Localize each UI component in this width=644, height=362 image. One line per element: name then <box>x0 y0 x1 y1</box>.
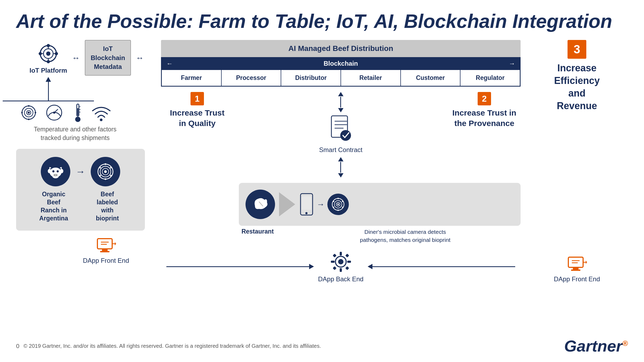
dapp-left-container: DApp Front End <box>56 237 156 264</box>
spacer-left-box <box>161 183 233 226</box>
svg-rect-86 <box>571 269 580 271</box>
right-column: 3 IncreaseEfficiencyandRevenue DApp Fron… <box>526 40 628 283</box>
page: Art of the Possible: Farm to Table; IoT,… <box>0 0 644 362</box>
svg-marker-90 <box>586 261 587 264</box>
svg-point-31 <box>48 169 51 173</box>
branch-line <box>3 101 94 101</box>
down-arrow-2 <box>338 173 343 178</box>
smart-contract-icon <box>327 114 354 144</box>
participant-farmer: Farmer <box>162 70 222 86</box>
bottom-box-labels: Restaurant Diner's microbial camera dete… <box>161 228 521 244</box>
svg-point-44 <box>110 175 112 176</box>
sensor-icon-4 <box>91 103 111 123</box>
svg-point-47 <box>99 167 101 168</box>
iot-platform-icon <box>36 42 60 66</box>
svg-point-32 <box>60 169 63 173</box>
svg-point-16 <box>28 119 30 120</box>
sensors-row <box>19 103 156 123</box>
svg-point-75 <box>338 259 343 264</box>
arrow-right-1: → <box>76 166 85 177</box>
bottom-boxes: → <box>161 183 521 226</box>
participant-customer: Customer <box>401 70 461 86</box>
triangle-cone <box>279 192 295 216</box>
left-box-labels: Organic BeefRanch in Argentina Beef labe… <box>36 190 125 223</box>
svg-point-68 <box>337 198 339 199</box>
dapp-line-right <box>368 264 515 269</box>
vert-line-2 <box>340 162 341 173</box>
sensors-label: Temperature and other factorstracked dur… <box>19 125 131 142</box>
sensor-icon-3 <box>70 103 86 123</box>
svg-rect-76 <box>340 252 342 256</box>
upward-arrow-tip <box>46 77 51 82</box>
dapp-left-label: DApp Front End <box>83 257 129 264</box>
footer: 0 © 2019 Gartner, Inc. and/or its affili… <box>16 337 628 355</box>
svg-point-45 <box>105 178 106 180</box>
svg-point-28 <box>100 119 103 121</box>
svg-point-14 <box>28 112 30 114</box>
vert-arrow-bottom <box>338 157 343 178</box>
restaurant-icon <box>246 190 275 219</box>
svg-rect-84 <box>568 257 583 267</box>
upward-arrow-container <box>36 77 60 101</box>
vert-line <box>340 97 341 108</box>
dapp-left-icon <box>96 237 116 255</box>
up-arrow <box>338 92 343 96</box>
svg-rect-23 <box>77 108 78 116</box>
svg-rect-78 <box>331 261 335 263</box>
vert-arrow-top <box>338 92 343 112</box>
dapp-row: DApp Back End <box>161 250 521 283</box>
footer-left: 0 © 2019 Gartner, Inc. and/or its affili… <box>16 343 321 350</box>
right-grey-box: → <box>239 183 521 226</box>
svg-rect-50 <box>100 251 109 252</box>
sensor-icon-2 <box>44 103 64 123</box>
svg-point-36 <box>54 175 55 176</box>
trust1-badge: 1 <box>191 92 204 105</box>
dapp-right-label: DApp Front End <box>554 275 600 283</box>
dapp-right-icon <box>567 256 587 273</box>
svg-rect-79 <box>347 261 351 263</box>
branch-left <box>3 101 48 101</box>
iot-metadata-box: IoTBlockchainMetadata <box>85 40 131 76</box>
blockchain-arrow-left: ← <box>166 60 173 67</box>
svg-point-43 <box>110 167 112 168</box>
restaurant-label: Restaurant <box>240 228 275 235</box>
left-column: IoT Platform ↔ IoTBlockchainMetadata ↔ <box>16 40 156 283</box>
cow-icon <box>41 157 70 186</box>
svg-rect-83 <box>345 266 349 270</box>
bioprint-detect-svg <box>331 197 346 212</box>
detection-icons: → <box>299 192 349 216</box>
dapp-center-icon <box>330 250 352 273</box>
gartner-logo: Gartner® <box>564 337 628 355</box>
svg-point-34 <box>57 170 59 172</box>
svg-point-67 <box>337 204 339 205</box>
participants-row: Farmer Processor Distributor Retailer Cu… <box>161 70 521 87</box>
trust2-badge: 2 <box>478 92 491 105</box>
left-box-label2: Beef labeledwith bioprint <box>90 190 125 223</box>
spacer-label <box>161 228 233 244</box>
svg-point-17 <box>21 112 23 113</box>
detection-label: Diner's microbial camera detectspathogen… <box>297 228 514 244</box>
svg-point-33 <box>52 170 54 172</box>
double-arrow-1: ↔ <box>72 53 80 62</box>
svg-point-46 <box>99 175 101 176</box>
svg-point-41 <box>104 170 107 173</box>
cow-svg <box>46 162 65 181</box>
page-number: 0 <box>16 343 19 350</box>
bioprint-icon <box>91 157 120 186</box>
restaurant-svg <box>251 195 270 214</box>
left-grey-box: → <box>16 149 145 231</box>
svg-rect-62 <box>302 196 311 210</box>
svg-point-70 <box>342 206 343 208</box>
ai-bar: AI Managed Beef Distribution <box>161 40 521 57</box>
dapp-line-right-h <box>372 266 515 267</box>
arrow-right-detection: → <box>317 200 325 209</box>
svg-point-71 <box>337 209 339 211</box>
trust3-badge: 3 <box>568 40 586 59</box>
svg-point-2 <box>46 51 50 56</box>
svg-point-73 <box>333 201 334 202</box>
svg-point-37 <box>56 175 57 176</box>
svg-point-72 <box>333 206 334 208</box>
iot-top-row: IoT Platform ↔ IoTBlockchainMetadata ↔ <box>30 40 156 76</box>
trust3-label: IncreaseEfficiencyandRevenue <box>554 62 600 112</box>
blockchain-bar: ← Blockchain → <box>161 57 521 70</box>
